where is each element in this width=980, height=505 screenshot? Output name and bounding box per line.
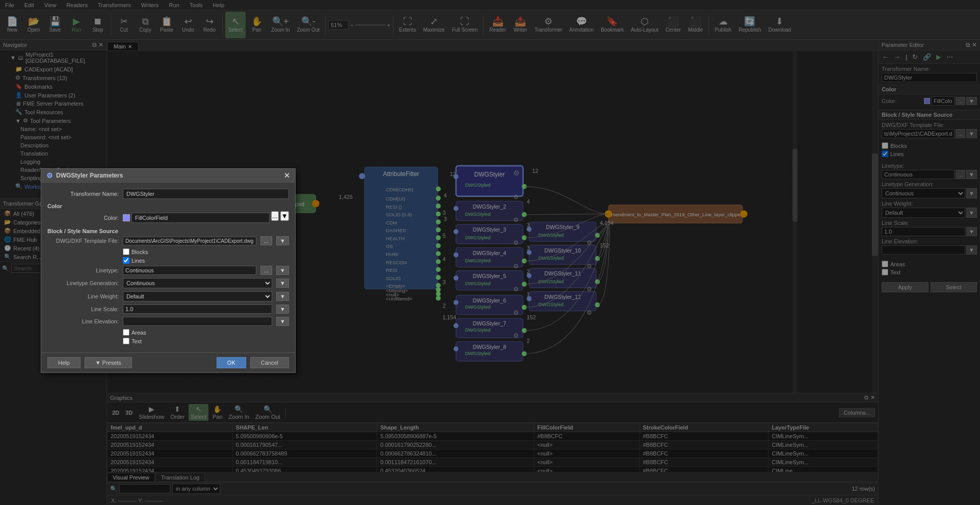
modal-line-weight-select[interactable]: Default: [123, 291, 272, 301]
modal-title: DWGStyler Parameters: [56, 172, 123, 179]
modal-areas-row: Areas: [123, 329, 289, 336]
modal-lines-checkbox[interactable]: [123, 257, 129, 264]
modal-help-btn[interactable]: Help: [47, 357, 81, 368]
modal-dwg-template-input[interactable]: [123, 237, 256, 245]
modal-linetype-label: Linetype:: [47, 267, 119, 273]
modal-line-elevation-label: Line Elevation:: [47, 318, 119, 324]
modal-line-weight-arrow[interactable]: ▼: [276, 292, 289, 301]
modal-dwg-template-row: DWG/DXF Template File: ... ▼: [47, 236, 289, 245]
modal-blocks-label: Blocks: [131, 249, 148, 255]
modal-linetype-input[interactable]: [123, 266, 256, 275]
modal-transformer-name-input[interactable]: [123, 189, 289, 199]
modal-color-ellipsis[interactable]: ...: [271, 211, 279, 221]
modal-line-weight-row: Line Weight: Default ▼: [47, 291, 289, 301]
modal-body: Transformer Name: Color Color: ... ▼ Blo…: [41, 183, 295, 352]
modal-dwg-template-ellipsis[interactable]: ...: [260, 236, 272, 245]
modal-color-swatch: [123, 214, 130, 221]
modal-close-icon[interactable]: ✕: [284, 171, 290, 180]
modal-lines-label: Lines: [131, 258, 145, 264]
modal-linetype-gen-arrow[interactable]: ▼: [276, 279, 289, 288]
modal-linetype-ellipsis[interactable]: ...: [260, 266, 272, 275]
modal-text-row: Text: [123, 338, 289, 344]
modal-line-scale-arrow[interactable]: ▼: [276, 305, 289, 314]
modal-cancel-btn[interactable]: Cancel: [250, 357, 289, 368]
modal-blocks-checkbox[interactable]: [123, 248, 129, 255]
modal-color-row: Color: ... ▼: [47, 211, 289, 224]
modal-transformer-name-row: Transformer Name:: [47, 189, 289, 199]
modal-line-elevation-row: Line Elevation: ▼: [47, 317, 289, 326]
modal-overlay[interactable]: ⚙ DWGStyler Parameters ✕ Transformer Nam…: [0, 0, 980, 505]
modal-dwgstyler-icon: ⚙: [46, 171, 53, 180]
modal-color-arrow[interactable]: ▼: [280, 211, 289, 221]
modal-header: ⚙ DWGStyler Parameters ✕: [41, 169, 295, 183]
modal-color-section: Color: [47, 203, 289, 209]
modal-presets-btn[interactable]: ▼ Presets: [85, 357, 132, 368]
modal-text-label: Text: [131, 338, 142, 344]
modal-linetype-row: Linetype: ... ▼: [47, 266, 289, 275]
modal-areas-label: Areas: [131, 330, 146, 336]
modal-color-label: Color:: [47, 215, 119, 221]
modal-blocks-row: Blocks: [123, 248, 289, 255]
modal-line-scale-input[interactable]: [123, 305, 272, 314]
modal-areas-checkbox[interactable]: [123, 329, 129, 336]
modal-dwg-template-arrow[interactable]: ▼: [276, 236, 289, 245]
modal-linetype-gen-select[interactable]: Continuous: [123, 278, 272, 288]
modal-linetype-gen-row: Linetype Generation: Continuous ▼: [47, 278, 289, 288]
modal-ok-btn[interactable]: OK: [217, 357, 246, 368]
modal-linetype-gen-label: Linetype Generation:: [47, 280, 119, 286]
modal-line-scale-label: Line Scale:: [47, 306, 119, 312]
modal-footer: Help ▼ Presets OK Cancel: [41, 352, 295, 372]
modal-text-checkbox[interactable]: [123, 338, 129, 344]
modal-linetype-arrow[interactable]: ▼: [276, 266, 289, 275]
modal-transformer-name-label: Transformer Name:: [47, 191, 119, 197]
modal-line-elevation-input[interactable]: [123, 317, 272, 326]
modal-line-weight-label: Line Weight:: [47, 293, 119, 299]
modal-lines-row: Lines: [123, 257, 289, 264]
modal-line-scale-row: Line Scale: ▼: [47, 305, 289, 314]
modal-dwg-template-label: DWG/DXF Template File:: [47, 238, 119, 244]
modal-block-style-section: Block / Style Name Source: [47, 228, 289, 234]
modal-dialog: ⚙ DWGStyler Parameters ✕ Transformer Nam…: [41, 168, 296, 373]
modal-line-elevation-arrow[interactable]: ▼: [276, 317, 289, 326]
modal-color-input[interactable]: [131, 213, 270, 223]
